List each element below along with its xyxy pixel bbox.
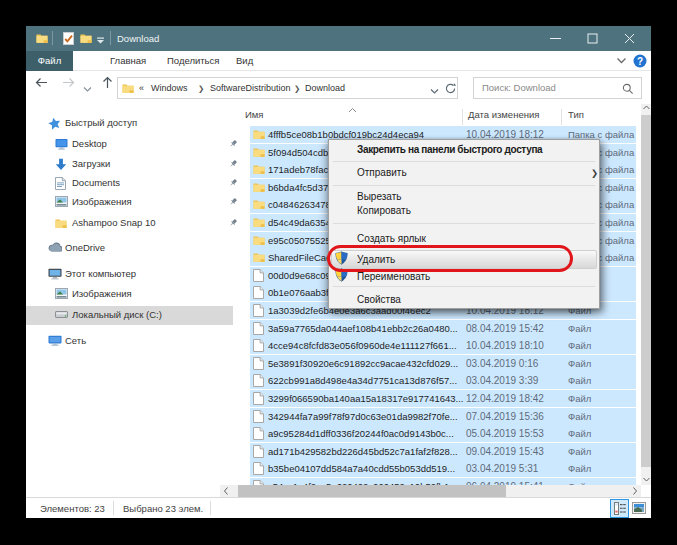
svg-text:?: ?	[637, 56, 643, 67]
